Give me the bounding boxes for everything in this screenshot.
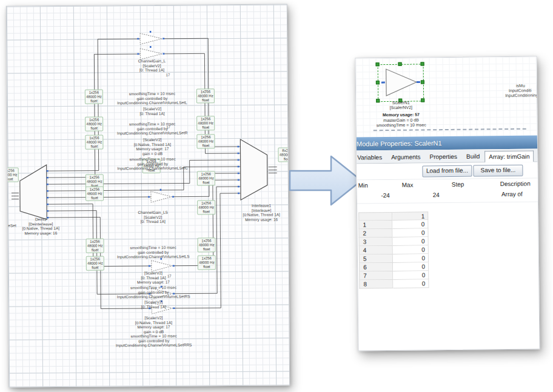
- signal-format-box[interactable]: 1x256 48000 Hz float: [6, 167, 19, 182]
- row-header: 1: [358, 221, 392, 230]
- value-cell[interactable]: 0: [393, 254, 429, 263]
- scaler-module-r[interactable]: [140, 48, 162, 59]
- scaler-module-c[interactable]: [151, 191, 172, 202]
- signal-flow-canvas[interactable]: 1x256 48000 Hz float 1x256 48000 Hz floa…: [6, 4, 290, 387]
- table-row: 8 0: [359, 278, 540, 288]
- module-label-scaler: [ScalerV2] [0: Thread 1A]: [95, 106, 210, 116]
- value-cell[interactable]: 0: [393, 279, 429, 288]
- corner-cell: [358, 212, 392, 221]
- module-label-channelgain-l: ChannelGain_L [ScalerV2] [0: Thread 1A]: [94, 58, 209, 73]
- value-cell[interactable]: 0: [393, 237, 429, 246]
- value-cell[interactable]: 0: [393, 262, 429, 271]
- description-value: Array of: [501, 191, 523, 198]
- module-canvas[interactable]: ScalerN1 [ScalerNV2] Memory usage: 57 ma…: [355, 56, 537, 137]
- value-cell[interactable]: 0: [393, 271, 429, 280]
- partial-label: eSet: [8, 223, 26, 228]
- tab-build[interactable]: Build: [462, 150, 484, 162]
- row-header: 2: [358, 229, 392, 238]
- module-label-ctrl-c: smoothingTime = 10 msec gain controlled …: [95, 156, 210, 171]
- deinterleave-module[interactable]: [20, 165, 47, 219]
- module-properties-panel: ScalerN1 [ScalerNV2] Memory usage: 57 ma…: [355, 56, 540, 351]
- pin-value-label: 17: [166, 73, 170, 77]
- smoothing-time: smoothingTime = 10 msec: [365, 122, 438, 128]
- module-label-block-c: [ScalerV2] [0:Native, Thread 1A] Memory …: [95, 137, 210, 156]
- dialog-title: Module Properties: ScalerN1: [355, 135, 540, 150]
- max-value[interactable]: 24: [415, 191, 440, 198]
- value-cell[interactable]: 0: [393, 245, 429, 254]
- load-from-file-button[interactable]: Load from file...: [422, 165, 472, 178]
- signal-format-box[interactable]: 1x256 48000 Hz float: [197, 171, 215, 185]
- min-value[interactable]: -24: [366, 192, 390, 199]
- row-header: 5: [359, 254, 393, 264]
- module-label-ctrl-r: smoothingTime = 10 msec gain controlled …: [95, 121, 210, 136]
- save-to-file-button[interactable]: Save to file...: [473, 165, 523, 177]
- row-header: 6: [359, 263, 393, 272]
- clipped-label: InputConditioning: [505, 93, 538, 98]
- pin-value-label: 17: [166, 125, 170, 129]
- module-label-channelgain-ls: ChannelGain_LS [ScalerV2] [0: Thread 1A]: [95, 210, 210, 224]
- selection-handle[interactable]: [421, 62, 424, 65]
- module-label-ctrl-rs: smoothingTime = 10 msec gain controlled …: [96, 285, 211, 299]
- detail-arrow-icon: [284, 150, 366, 211]
- tab-properties[interactable]: Properties: [425, 151, 461, 163]
- module-label-scaler: [ScalerV2] [0: Thread 1A]: [96, 299, 211, 309]
- header-step: Step: [452, 181, 464, 188]
- module-label-ctrl-ls: smoothingTime = 10 msec gain controlled …: [96, 245, 211, 259]
- row-header: 4: [359, 246, 393, 255]
- trimgain-array-table: 1 1 0 2 0 3 0 4 0 5: [358, 210, 540, 288]
- module-label-interleave: Interleave1 [Interleave] [0:Native, Thre…: [224, 203, 290, 222]
- memory-usage: Memory usage: 57: [364, 112, 437, 118]
- page: 1x256 48000 Hz float 1x256 48000 Hz floa…: [0, 0, 553, 392]
- value-cell[interactable]: 0: [392, 220, 428, 229]
- interleave-module[interactable]: [240, 139, 267, 200]
- scaler-module-l[interactable]: [140, 33, 162, 44]
- column-header: 1: [392, 211, 428, 221]
- module-label-ctrl-l: smoothingTime = 10 msec gain controlled …: [95, 91, 210, 105]
- clipped-label: isMu: [516, 84, 525, 88]
- file-button-row: Load from file... Save to file...: [355, 162, 540, 180]
- selection-handle[interactable]: [398, 62, 402, 66]
- pin-value-label: 17: [167, 274, 172, 278]
- selection-handle[interactable]: [376, 62, 380, 66]
- value-cell[interactable]: 0: [392, 228, 428, 238]
- tab-arguments[interactable]: Arguments: [387, 151, 425, 163]
- module-label-scaler: [ScalerV2] [0: Thread 1A] Memory usage: …: [96, 270, 211, 285]
- signal-format-box[interactable]: 1x256 48000 Hz float: [85, 187, 104, 201]
- clipped-label: InputConditi: [509, 88, 531, 93]
- selection-rectangle: [378, 64, 424, 102]
- row-header: 7: [359, 271, 393, 281]
- tab-array-trimgain[interactable]: Array: trimGain: [484, 151, 534, 163]
- tab-variables[interactable]: Variables: [355, 151, 386, 164]
- selection-handle[interactable]: [376, 81, 380, 84]
- module-type: [ScalerNV2]: [364, 105, 437, 110]
- dialog-tabs: Variables Arguments Properties Build Arr…: [355, 148, 540, 164]
- selection-handle[interactable]: [421, 80, 424, 84]
- header-max: Max: [402, 182, 414, 188]
- module-label-block-rrs: [ScalerV2] [0:Native, Thread 1A] Memory …: [96, 315, 211, 348]
- header-description: Description: [500, 181, 531, 188]
- module-properties-dialog: Module Properties: ScalerN1 Variables Ar…: [355, 135, 540, 288]
- row-header: 3: [359, 238, 393, 247]
- scaler-module-ls[interactable]: [152, 261, 172, 271]
- header-min: Min: [358, 182, 368, 188]
- range-properties: Min Max Step Description -24 24 Array of: [355, 178, 540, 204]
- row-header: 8: [359, 280, 393, 289]
